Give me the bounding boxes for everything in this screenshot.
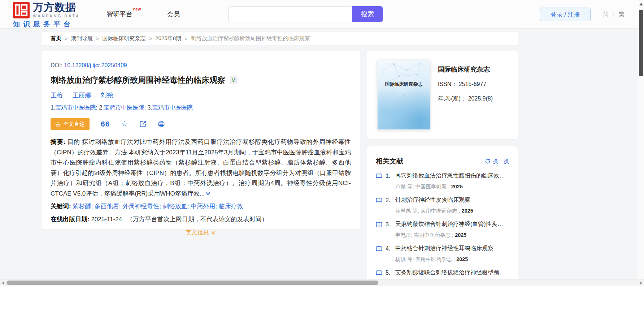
fulltext-button[interactable]: free 全文直达 bbox=[51, 118, 90, 130]
keyword-link[interactable]: 刺络放血 bbox=[163, 203, 187, 210]
favorite-star-icon[interactable]: ☆ bbox=[121, 120, 128, 128]
breadcrumb-separator: > bbox=[96, 35, 99, 42]
related-item-title[interactable]: 针刺治疗神经性皮炎临床观察 bbox=[395, 196, 470, 204]
keyword-link[interactable]: 多西他赛 bbox=[95, 203, 119, 210]
abstract-text: 目的 探讨刺络放血疗法对比中药外用疗法及西药口服疗法治疗紫杉醇类化疗药物导致的外… bbox=[51, 138, 351, 197]
keyword-link[interactable]: 中药外用 bbox=[191, 203, 215, 210]
related-item-meta: 崔翠凤 等; 实用中医药杂志 ; 2025 bbox=[395, 208, 509, 214]
related-item-meta: 杨洪 等; 实用中医药杂志 ; 2025 bbox=[395, 256, 509, 263]
related-item-year: 2025 bbox=[462, 208, 473, 214]
related-item-source: 杨洪 等; 实用中医药杂志 ; bbox=[395, 256, 456, 262]
affiliation-link[interactable]: 宝鸡市中医医院 bbox=[152, 104, 193, 111]
search-button[interactable]: 搜索 bbox=[352, 6, 383, 22]
related-item-main: 5.艾灸刮痧罐联合刺络拔罐治疗神经根型颈椎... bbox=[376, 269, 509, 277]
brand-name: 万方数据 bbox=[33, 2, 80, 13]
breadcrumb-separator: > bbox=[149, 35, 152, 42]
nav-item-zhiyan[interactable]: 智研平台new bbox=[106, 10, 141, 18]
keyword-link[interactable]: 外周神经毒性 bbox=[122, 203, 159, 210]
related-item-source: 芦微 等; 中国医学创新 ; bbox=[395, 184, 451, 189]
abstract: 摘要: 目的 探讨刺络放血疗法对比中药外用疗法及西药口服疗法治疗紫杉醇类化疗药物… bbox=[51, 137, 351, 199]
language-switch: 简 | 繁 bbox=[603, 0, 625, 28]
related-item[interactable]: 2.针刺治疗神经性皮炎临床观察崔翠凤 等; 实用中医药杂志 ; 2025 bbox=[376, 196, 509, 214]
journal-name[interactable]: 国际临床研究杂志 bbox=[438, 65, 493, 74]
related-item-main: 3.天麻钩藤饮结合针刺治疗神经(血管)性头痛... bbox=[376, 221, 509, 228]
pubdate-value: 2025-11-24 bbox=[91, 216, 122, 223]
related-item[interactable]: 3.天麻钩藤饮结合针刺治疗神经(血管)性头痛...申电雷; 实用中医药杂志 ; … bbox=[376, 221, 509, 239]
journal-cover[interactable]: 国际临床研究杂志 bbox=[377, 60, 430, 130]
breadcrumb-item[interactable]: 国际临床研究杂志 bbox=[103, 35, 146, 42]
refresh-related-button[interactable]: 换一换 bbox=[485, 158, 509, 165]
horizontal-scroll-thumb[interactable] bbox=[6, 281, 378, 285]
pubdate-row: 在线出版日期: 2025-11-24 （万方平台首次上网日期，不代表论文的发表时… bbox=[51, 215, 351, 223]
print-icon[interactable] bbox=[158, 120, 165, 128]
lang-simplified[interactable]: 简 bbox=[603, 10, 609, 18]
keyword-separator: ; bbox=[91, 203, 94, 210]
related-item-title[interactable]: 耳穴刺络放血法治疗急性腰扭伤的临床效果... bbox=[395, 172, 506, 180]
related-item-number: 3. bbox=[386, 221, 395, 228]
breadcrumb-item[interactable]: 期刊导航 bbox=[71, 35, 93, 42]
journal-cover-title: 国际临床研究杂志 bbox=[385, 81, 423, 87]
related-articles-card: 相关文献 换一换 1.耳穴刺络放血法治疗急性腰扭伤的临床效果...芦微 等; 中… bbox=[367, 146, 518, 279]
breadcrumb-item[interactable]: 2025年8期 bbox=[155, 35, 181, 42]
english-info-link[interactable]: 英文信息 bbox=[186, 229, 216, 236]
journal-card: 国际临床研究杂志 国际临床研究杂志 ISSN： 2515-6977 年,卷(期)… bbox=[367, 51, 518, 139]
related-item-main: 4.中药结合针刺治疗神经性耳鸣临床观察 bbox=[376, 245, 509, 252]
affiliation-link[interactable]: 宝鸡市中医医院 bbox=[104, 104, 144, 111]
bottom-blank-area bbox=[0, 286, 644, 325]
related-item-main: 2.针刺治疗神经性皮炎临床观察 bbox=[376, 196, 509, 204]
affiliation-link[interactable]: 宝鸡市中医医院 bbox=[55, 104, 96, 111]
related-item-number: 2. bbox=[386, 197, 395, 204]
horizontal-scrollbar[interactable] bbox=[0, 279, 644, 286]
wanfang-logo-icon bbox=[13, 2, 30, 18]
brand-name-en: WANFANG DATA bbox=[33, 14, 80, 18]
breadcrumb: 首页>期刊导航>国际临床研究杂志>2025年8期>刺络放血治疗紫杉醇所致周围神经… bbox=[42, 32, 518, 45]
scroll-right-arrow[interactable] bbox=[640, 281, 642, 285]
expand-english-icon bbox=[211, 230, 216, 235]
vertical-scrollbar[interactable] bbox=[638, 0, 644, 279]
article-card: DOI: 10.12208/j.ijcr.20250409 刺络放血治疗紫杉醇所… bbox=[42, 51, 360, 229]
vertical-scroll-thumb[interactable] bbox=[639, 10, 643, 76]
related-item-meta: 申电雷; 实用中医药杂志 ; 2025 bbox=[395, 232, 509, 239]
keywords-label: 关键词: bbox=[51, 203, 71, 210]
keyword-link[interactable]: 紫杉醇 bbox=[73, 203, 91, 210]
expand-abstract-icon[interactable] bbox=[205, 191, 211, 196]
book-icon bbox=[376, 246, 382, 252]
keyword-link[interactable]: 临床疗效 bbox=[219, 203, 243, 210]
related-title: 相关文献 bbox=[376, 157, 403, 166]
related-item-title[interactable]: 天麻钩藤饮结合针刺治疗神经(血管)性头痛... bbox=[395, 221, 506, 228]
affiliation-number: 3. bbox=[147, 104, 152, 111]
affiliation-separator: ; bbox=[96, 104, 99, 111]
author-link[interactable]: 王丽娜 bbox=[73, 92, 91, 99]
related-item[interactable]: 4.中药结合针刺治疗神经性耳鸣临床观察杨洪 等; 实用中医药杂志 ; 2025 bbox=[376, 245, 509, 263]
keyword-separator: ; bbox=[215, 203, 218, 210]
related-item-title[interactable]: 艾灸刮痧罐联合刺络拔罐治疗神经根型颈椎... bbox=[395, 269, 506, 277]
author-link[interactable]: 王榕 bbox=[51, 92, 63, 99]
related-item[interactable]: 1.耳穴刺络放血法治疗急性腰扭伤的临床效果...芦微 等; 中国医学创新 ; 2… bbox=[376, 172, 509, 190]
related-item-source: 申电雷; 实用中医药杂志 ; bbox=[395, 232, 455, 238]
search-input[interactable] bbox=[228, 6, 352, 22]
nav-item-member[interactable]: 会员 bbox=[167, 10, 180, 18]
logo[interactable]: 万方数据 WANFANG DATA 知识服务平台 bbox=[13, 2, 80, 29]
related-item-source: 崔翠凤 等; 实用中医药杂志 ; bbox=[395, 208, 462, 214]
doi-link[interactable]: 10.12208/j.ijcr.20250409 bbox=[64, 62, 127, 68]
metrics-badge[interactable]: M bbox=[230, 76, 238, 84]
journal-info: 国际临床研究杂志 ISSN： 2515-6977 年,卷(期)： 2025,9(… bbox=[438, 65, 493, 103]
related-item-title[interactable]: 中药结合针刺治疗神经性耳鸣临床观察 bbox=[395, 245, 493, 252]
scroll-up-arrow[interactable] bbox=[639, 3, 643, 5]
share-icon[interactable] bbox=[139, 120, 147, 128]
scroll-left-arrow[interactable] bbox=[2, 281, 4, 285]
related-item-number: 5. bbox=[386, 270, 395, 276]
cite-icon[interactable]: 66 bbox=[101, 120, 110, 128]
affiliation-number: 1. bbox=[51, 104, 55, 111]
related-item[interactable]: 5.艾灸刮痧罐联合刺络拔罐治疗神经根型颈椎... bbox=[376, 269, 509, 277]
affiliation-number: 2. bbox=[99, 104, 104, 111]
login-register-button[interactable]: 登录 / 注册 bbox=[540, 8, 591, 21]
journal-volume-row: 年,卷(期)： 2025,9(8) bbox=[438, 95, 493, 103]
lang-traditional[interactable]: 繁 bbox=[618, 10, 625, 18]
new-badge: new bbox=[133, 7, 141, 11]
volume-label: 年,卷(期)： bbox=[438, 95, 466, 102]
keyword-separator: ; bbox=[159, 203, 162, 210]
pubdate-note: （万方平台首次上网日期，不代表论文的发表时间） bbox=[127, 216, 268, 223]
author-link[interactable]: 刘尧 bbox=[101, 92, 113, 99]
breadcrumb-item[interactable]: 首页 bbox=[51, 35, 61, 42]
